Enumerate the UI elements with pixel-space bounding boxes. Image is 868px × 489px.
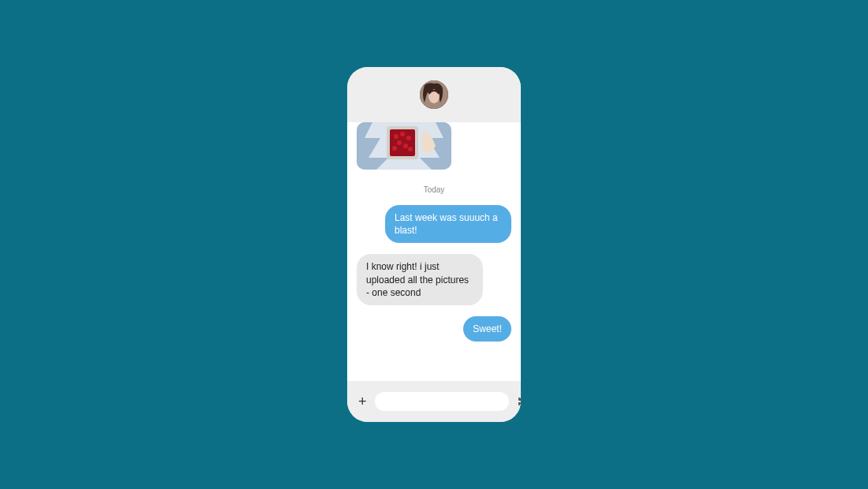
svg-point-11	[408, 147, 413, 151]
messages-area[interactable]: Today Last week was suuuch a blast! I kn…	[347, 122, 521, 381]
message-input[interactable]	[375, 392, 509, 411]
svg-point-6	[400, 132, 405, 136]
send-icon	[517, 395, 521, 408]
send-button[interactable]	[517, 395, 521, 408]
message-bubble-outgoing[interactable]: Sweet!	[463, 316, 511, 342]
svg-point-9	[403, 144, 408, 148]
svg-point-5	[394, 134, 398, 139]
svg-point-7	[406, 136, 411, 140]
contact-avatar[interactable]	[420, 80, 448, 109]
day-separator: Today	[357, 185, 511, 194]
image-message[interactable]	[357, 122, 451, 170]
message-bubble-outgoing[interactable]: Last week was suuuch a blast!	[385, 205, 511, 243]
chat-header	[347, 67, 521, 122]
avatar-image	[420, 80, 448, 109]
attach-button[interactable]: +	[358, 394, 367, 409]
svg-point-8	[397, 140, 402, 145]
photo-thumbnail	[357, 122, 451, 170]
composer-bar: +	[347, 381, 521, 422]
svg-point-10	[392, 146, 397, 151]
phone-frame: Today Last week was suuuch a blast! I kn…	[347, 67, 521, 422]
message-bubble-incoming[interactable]: I know right! i just uploaded all the pi…	[357, 254, 483, 305]
